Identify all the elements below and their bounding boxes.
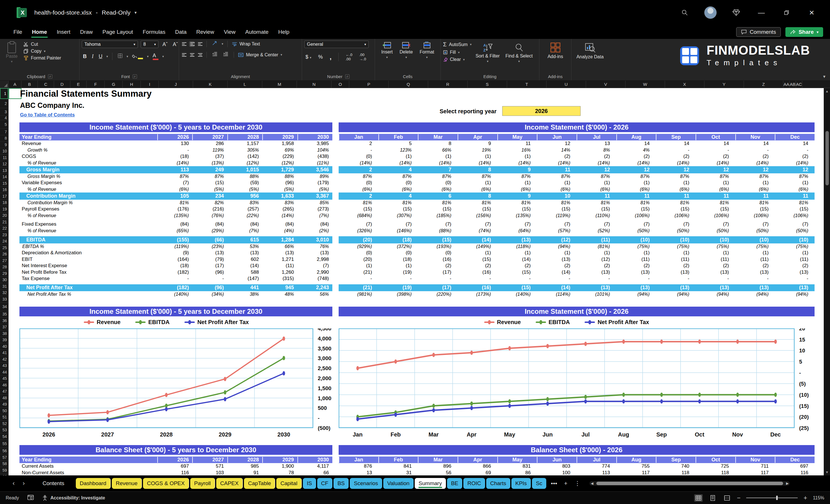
cell[interactable]: 12 (537, 141, 577, 147)
cell[interactable]: (12) (537, 237, 577, 243)
cell[interactable]: 87% (498, 174, 537, 179)
cell[interactable]: 66 (297, 470, 332, 475)
cell[interactable]: 66% (418, 148, 458, 153)
column-header-Y[interactable]: Y (704, 81, 744, 88)
sheet-tab-captable[interactable]: CapTable (244, 478, 275, 489)
column-header-cell[interactable]: Feb (378, 457, 418, 463)
cell[interactable]: 14 (735, 141, 775, 147)
column-header-R[interactable]: R (428, 81, 468, 88)
cell[interactable]: (10) (616, 237, 656, 243)
sheet-tab-capex[interactable]: CAPEX (216, 478, 243, 489)
cell[interactable]: (2) (537, 263, 577, 269)
cell[interactable]: (18) (378, 237, 418, 243)
cell[interactable]: (57%) (537, 228, 577, 233)
cell[interactable]: 571 (192, 463, 227, 469)
cell[interactable]: 305% (227, 148, 262, 153)
cell[interactable]: (14%) (378, 160, 418, 166)
cell[interactable]: - (498, 276, 537, 281)
cell[interactable]: (1) (537, 250, 577, 256)
page-break-view-icon[interactable] (723, 494, 731, 502)
cell[interactable]: (1) (458, 250, 498, 256)
cell[interactable]: 3,367 (297, 193, 332, 199)
cell[interactable]: (13) (616, 285, 656, 291)
cell[interactable]: (7) (735, 221, 775, 227)
accessibility-status[interactable]: Accessibility: Investigate (42, 495, 105, 501)
cell[interactable]: (84) (297, 221, 332, 227)
number-dialog-launcher[interactable]: ⌕ (345, 74, 350, 78)
cell[interactable]: 11 (537, 167, 577, 173)
cell[interactable]: (20) (339, 257, 378, 262)
row-header-42[interactable]: 42 (0, 356, 8, 363)
cell[interactable]: (65%) (157, 228, 192, 233)
row-header-35[interactable]: 35 (0, 311, 8, 318)
cell[interactable]: 16% (498, 148, 537, 153)
vertical-scroll-thumb[interactable] (825, 131, 829, 185)
cell[interactable]: 866 (458, 463, 498, 469)
cell[interactable]: 12 (656, 167, 696, 173)
cell[interactable]: 1,157 (227, 141, 262, 147)
cell[interactable]: (13) (192, 250, 227, 256)
cell[interactable]: (79) (192, 257, 227, 262)
sheet-canvas[interactable]: Financial Statements Summary ABC Company… (8, 88, 824, 475)
cell[interactable]: 9 (498, 193, 537, 199)
row-label-cell[interactable]: Net Profit After Tax (20, 285, 157, 291)
cell[interactable]: 945 (262, 285, 297, 291)
cell[interactable]: (6%) (775, 187, 815, 192)
cell[interactable]: (66) (192, 237, 227, 243)
row-header-30[interactable]: 30 (0, 277, 8, 283)
column-header-P[interactable]: P (349, 81, 389, 88)
cell[interactable]: 3,010 (297, 237, 332, 243)
cell[interactable]: (2) (577, 154, 616, 159)
cell[interactable]: (216) (192, 206, 227, 212)
column-header-cell[interactable]: Aug (616, 457, 656, 463)
cell[interactable]: 6 (418, 193, 458, 199)
column-header-cell[interactable]: Feb (378, 134, 418, 140)
sheet-tab-charts[interactable]: Charts (486, 478, 510, 489)
cell[interactable]: (12%) (227, 160, 262, 166)
cell[interactable]: (15) (498, 206, 537, 212)
row-header-12[interactable]: 12 (0, 161, 8, 168)
cell[interactable]: (13) (262, 250, 297, 256)
cell[interactable]: (1) (498, 180, 537, 186)
cell[interactable]: - (775, 148, 815, 153)
row-header-48[interactable]: 48 (0, 395, 8, 401)
increase-font-icon[interactable]: Aˆ (161, 41, 169, 48)
cell[interactable]: (15) (498, 285, 537, 291)
cell[interactable]: (74%) (458, 228, 498, 233)
cell[interactable]: (1) (656, 250, 696, 256)
cell[interactable]: 81% (537, 200, 577, 206)
sheet-tab-scenarios[interactable]: Scenarios (350, 478, 382, 489)
row-header-7[interactable]: 7 (0, 129, 8, 135)
cell[interactable]: 11 (577, 193, 616, 199)
find-select-button[interactable]: Find & Select▾ (504, 42, 534, 64)
cell[interactable]: (11) (616, 257, 656, 262)
cell[interactable]: (14) (498, 257, 537, 262)
cell[interactable]: (2) (775, 154, 815, 159)
column-header-K[interactable]: K (193, 81, 228, 88)
cell[interactable]: (6%) (696, 187, 735, 192)
cell[interactable]: (119%) (537, 213, 577, 218)
cell[interactable]: 4,117 (297, 463, 332, 469)
cell[interactable]: (15) (656, 206, 696, 212)
cell[interactable]: (146%) (378, 228, 418, 233)
cell[interactable]: (13) (656, 285, 696, 291)
cell[interactable]: 11 (616, 193, 656, 199)
cell[interactable]: 8 (458, 167, 498, 173)
cell[interactable]: (50%) (735, 228, 775, 233)
cell[interactable]: (2) (696, 263, 735, 269)
cell[interactable]: 588 (227, 270, 262, 275)
cell[interactable]: 81% (498, 200, 537, 206)
column-header-M[interactable]: M (262, 81, 297, 88)
cell[interactable]: (2%) (297, 228, 332, 233)
row-header-24[interactable]: 24 (0, 238, 8, 245)
cell[interactable]: 12 (696, 167, 735, 173)
row-label-cell[interactable]: Contribution Margin % (20, 200, 157, 206)
cell[interactable]: 12 (616, 167, 656, 173)
cell[interactable]: 725 (696, 463, 735, 469)
row-label-cell[interactable]: EBIT (20, 257, 157, 262)
sheet-tab-payroll[interactable]: Payroll (190, 478, 215, 489)
column-header-cell[interactable]: 2026 (157, 134, 192, 140)
wrap-text-button[interactable]: Wrap Text (232, 41, 260, 46)
column-header-cell[interactable]: 2028 (227, 134, 262, 140)
format-cells-button[interactable]: Format▾ (417, 41, 437, 60)
